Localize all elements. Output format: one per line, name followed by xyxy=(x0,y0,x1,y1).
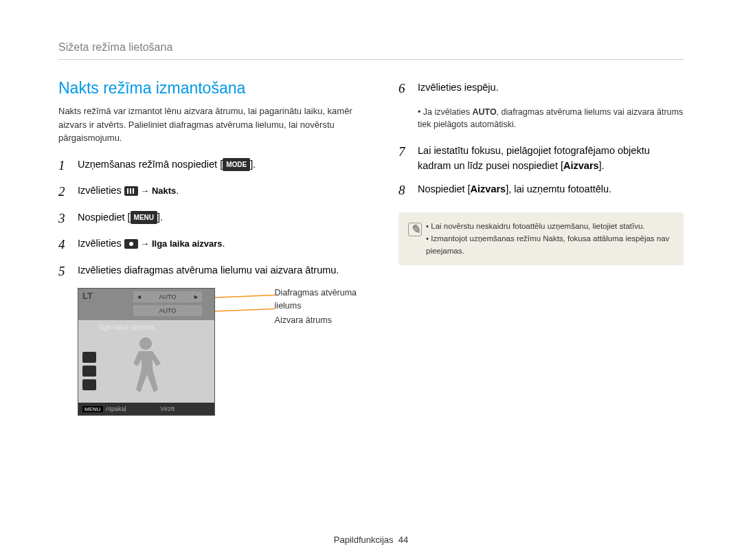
breadcrumb: Sižeta režīma lietošana xyxy=(58,41,684,60)
scene-icon xyxy=(124,186,138,196)
page-footer: Papildfunkcijas 44 xyxy=(0,535,742,545)
aperture-selector: ◄ AUTO ► xyxy=(133,291,202,302)
camera-icon xyxy=(124,239,138,249)
step-number: 8 xyxy=(398,181,418,201)
camera-ui-figure: LT ◄ AUTO ► AUTO Il xyxy=(78,288,371,416)
step-number: 1 xyxy=(58,156,78,176)
step-number: 3 xyxy=(58,209,78,229)
step-number: 4 xyxy=(58,235,78,255)
side-icon xyxy=(82,379,96,390)
person-silhouette-icon xyxy=(125,337,166,403)
shutter-selector: AUTO xyxy=(133,305,202,316)
menu-icon: MENU xyxy=(131,211,157,224)
steps-left: 1 Uzņemšanas režīmā nospiediet [MODE]. 2… xyxy=(58,156,371,282)
sub-note-6: Ja izvēlaties AUTO, diafragmas atvēruma … xyxy=(418,106,684,132)
strip-label: Ilga laika aizvars xyxy=(99,323,155,331)
step-number: 6 xyxy=(398,79,418,99)
step-number: 7 xyxy=(398,142,418,162)
step-number: 5 xyxy=(58,262,78,282)
note-icon: ✎ xyxy=(408,223,422,236)
svg-line-1 xyxy=(215,309,275,311)
side-icon xyxy=(82,366,96,377)
mode-icon: MODE xyxy=(223,158,250,171)
step-3: 3 Nospiediet [MENU]. xyxy=(58,209,371,229)
step-7: 7 Lai iestatītu fokusu, pielāgojiet foto… xyxy=(398,142,684,174)
info-item: Lai novērstu neskaidru fotoattēlu uzņemš… xyxy=(426,221,674,233)
menu-label-icon: MENU xyxy=(82,406,103,412)
step-1: 1 Uzņemšanas režīmā nospiediet [MODE]. xyxy=(58,156,371,176)
info-item: Izmantojot uzņemšanas režīmu Nakts, foku… xyxy=(426,233,674,258)
callout-aperture: Diafragmas atvēruma lielums xyxy=(275,287,371,313)
lt-badge: LT xyxy=(82,291,93,301)
page-title: Nakts režīma izmantošana xyxy=(58,79,371,98)
step-6: 6 Izvēlieties iespēju. xyxy=(398,79,684,99)
step-4: 4 Izvēlieties → Ilga laika aizvars. xyxy=(58,235,371,255)
intro-text: Nakts režīmā var izmantot lēnu aizvara ā… xyxy=(58,104,371,145)
side-icon xyxy=(82,352,96,363)
step-number: 2 xyxy=(58,182,78,202)
info-box: ✎ Lai novērstu neskaidru fotoattēlu uzņe… xyxy=(398,212,684,265)
svg-line-0 xyxy=(215,295,275,298)
step-5: 5 Izvēlieties diafragmas atvēruma lielum… xyxy=(58,262,371,282)
step-8: 8 Nospiediet [Aizvars], lai uzņemtu foto… xyxy=(398,181,684,201)
step-2: 2 Izvēlieties → Nakts. xyxy=(58,182,371,202)
callout-shutter: Aizvara ātrums xyxy=(275,314,371,327)
steps-right: 6 Izvēlieties iespēju. xyxy=(398,79,684,99)
